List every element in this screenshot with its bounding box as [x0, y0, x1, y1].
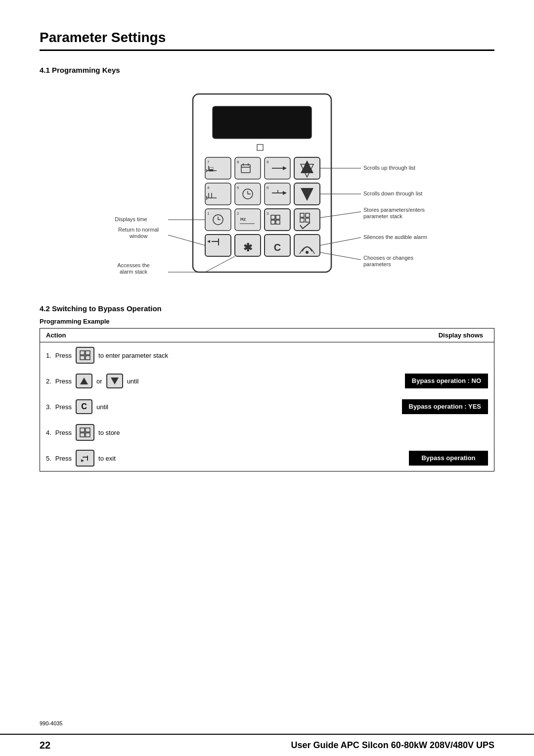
enter-key[interactable] [76, 450, 94, 467]
svg-rect-97 [80, 428, 85, 432]
svg-text:8: 8 [237, 160, 239, 164]
table-row: 1. Press to enter parameter stack [40, 342, 494, 368]
header-action: Action [46, 331, 379, 339]
table-header: Action Display shows [40, 329, 494, 342]
row1-text: to enter parameter stack [98, 352, 168, 359]
row5-action: 5. Press to exit [46, 450, 379, 467]
page-title: Parameter Settings [40, 30, 494, 46]
svg-rect-94 [86, 356, 90, 360]
svg-text:Return to normal: Return to normal [118, 227, 159, 233]
section-41-heading: 4.1 Programming Keys [40, 66, 494, 74]
table-row: 4. Press to store [40, 420, 494, 445]
svg-marker-103 [81, 459, 84, 462]
row3-press: Press [55, 403, 72, 411]
svg-text:Hz: Hz [240, 217, 246, 222]
table-row: 2. Press or until Bypass operation : NO [40, 368, 494, 394]
svg-text:✱: ✱ [243, 241, 253, 254]
svg-marker-96 [111, 378, 119, 384]
row2-text: until [127, 378, 139, 385]
c-key[interactable]: C [76, 399, 92, 414]
svg-text:2: 2 [237, 211, 239, 216]
title-divider [40, 49, 494, 51]
svg-text:alarm stack: alarm stack [120, 269, 148, 275]
bypass-operation-badge: Bypass operation [409, 451, 488, 466]
svg-rect-1 [213, 106, 312, 139]
svg-text:7: 7 [207, 160, 210, 164]
svg-text:Silences the audible alarm: Silences the audible alarm [363, 234, 427, 240]
svg-rect-93 [80, 356, 85, 360]
row4-press: Press [55, 429, 72, 436]
svg-text:window: window [129, 233, 148, 239]
table-row: 5. Press to exit Bypass operation [40, 445, 494, 471]
svg-text:6: 6 [267, 186, 269, 190]
svg-text:9: 9 [267, 160, 269, 164]
svg-text:3: 3 [267, 211, 269, 216]
svg-text:1: 1 [207, 211, 210, 216]
doc-number: 990-4035 [40, 720, 63, 726]
row1-press: Press [55, 352, 72, 359]
svg-rect-98 [86, 428, 90, 432]
row3-display: Bypass operation : YES [379, 399, 488, 414]
svg-rect-99 [80, 433, 85, 437]
section-42-heading: 4.2 Switching to Bypass Operation [40, 304, 494, 313]
table-row: 3. Press C until Bypass operation : YES [40, 394, 494, 420]
grid-key[interactable] [76, 347, 94, 364]
row5-text: to exit [98, 455, 116, 462]
row3-text: until [96, 403, 108, 411]
svg-text:Stores parameters/enters: Stores parameters/enters [363, 207, 425, 213]
row3-number: 3. [46, 403, 51, 411]
svg-rect-91 [80, 351, 85, 355]
grid-key-2[interactable] [76, 424, 94, 441]
row2-or: or [96, 378, 102, 385]
row1-number: 1. [46, 352, 51, 359]
row5-display: Bypass operation [379, 451, 488, 466]
up-arrow-key[interactable] [76, 374, 92, 388]
programming-example-heading: Programming Example [40, 318, 494, 325]
row2-number: 2. [46, 378, 51, 385]
page-footer: 22 User Guide APC Silcon 60-80kW 208V/48… [0, 734, 534, 756]
row4-text: to store [98, 429, 120, 436]
svg-text:5: 5 [237, 186, 239, 190]
svg-text:parameter stack: parameter stack [363, 213, 402, 219]
svg-text:Accesses the: Accesses the [117, 262, 149, 268]
svg-rect-92 [86, 351, 90, 355]
row2-action: 2. Press or until [46, 374, 379, 388]
svg-text:Chooses or changes: Chooses or changes [363, 255, 413, 261]
footer-page-number: 22 [40, 740, 69, 751]
bypass-yes-badge: Bypass operation : YES [402, 399, 488, 414]
row5-press: Press [55, 455, 72, 462]
svg-marker-95 [80, 378, 88, 384]
row4-number: 4. [46, 429, 51, 436]
svg-text:Scrolls down through list: Scrolls down through list [363, 190, 422, 196]
svg-text:4: 4 [207, 186, 210, 190]
svg-point-69 [306, 251, 309, 254]
footer-title: User Guide APC Silcon 60-80kW 208V/480V … [69, 740, 494, 751]
row1-action: 1. Press to enter parameter stack [46, 347, 379, 364]
svg-text:Displays time: Displays time [115, 216, 147, 222]
row2-press: Press [55, 378, 72, 385]
row5-number: 5. [46, 455, 51, 462]
svg-text:C: C [274, 242, 281, 253]
row2-display: Bypass operation : NO [379, 374, 488, 388]
svg-rect-55 [294, 209, 320, 231]
programming-table: Action Display shows 1. Press to enter p… [40, 328, 494, 472]
header-display: Display shows [379, 331, 488, 339]
svg-text:parameters: parameters [363, 261, 391, 267]
down-arrow-key[interactable] [106, 374, 123, 388]
svg-rect-100 [86, 433, 90, 437]
row3-action: 3. Press C until [46, 399, 379, 414]
svg-text:Scrolls up through list: Scrolls up through list [363, 165, 415, 171]
row4-action: 4. Press to store [46, 424, 379, 441]
bypass-no-badge: Bypass operation : NO [405, 374, 488, 388]
device-diagram: 7 ⬓ 8 9 [40, 84, 494, 292]
